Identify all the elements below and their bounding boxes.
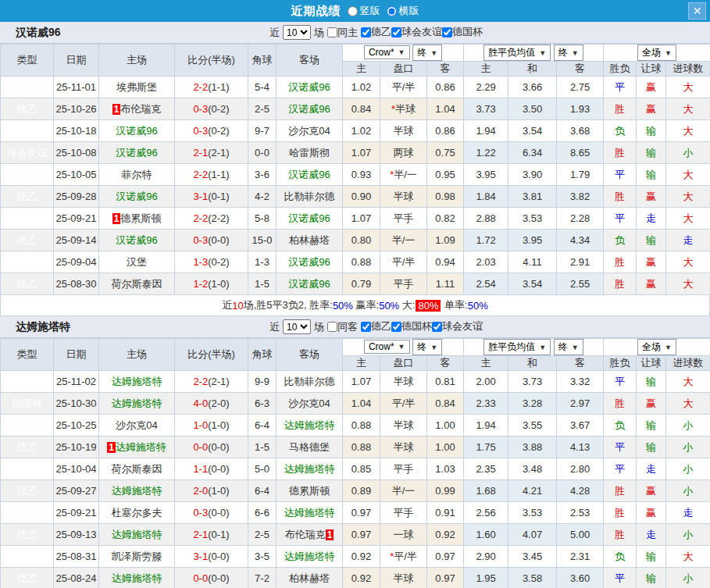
close-button[interactable]: ✕ bbox=[688, 2, 706, 20]
full-time-score: 2-1 bbox=[193, 147, 208, 159]
league-checkbox[interactable]: 德乙 bbox=[361, 319, 391, 333]
team-name: 达姆施塔特 bbox=[0, 320, 269, 334]
avg-odds-select[interactable]: 胜平负均值▼ bbox=[483, 339, 551, 355]
asian-handicap-line: 半球 bbox=[380, 415, 427, 437]
league-checkbox[interactable]: 德乙 bbox=[361, 25, 391, 39]
handicap-result-cell: 赢 bbox=[637, 393, 666, 415]
team-section-darmstadt: 达姆施塔特 近 10 场 同客 德乙德国杯球会友谊 类型 日期 主场 比分(半场… bbox=[0, 316, 710, 588]
scope-select[interactable]: 全场▼ bbox=[637, 45, 676, 61]
full-time-score: 0-3 bbox=[193, 125, 208, 137]
away-team-cell: 达姆施塔特 bbox=[277, 546, 343, 568]
col-goals: 进球数 bbox=[666, 62, 710, 77]
date-cell: 25-08-31 bbox=[54, 546, 99, 568]
date-cell: 25-09-13 bbox=[54, 524, 99, 546]
date-cell: 25-09-04 bbox=[54, 251, 99, 273]
layout-radio-vertical[interactable]: 竖版 bbox=[348, 4, 380, 18]
home-team-cell: 汉诺威96 bbox=[99, 230, 175, 251]
league-checkbox[interactable]: 德国杯 bbox=[442, 25, 483, 39]
date-cell: 25-10-05 bbox=[54, 164, 99, 186]
col-euro-draw: 和 bbox=[508, 356, 557, 371]
away-team: 达姆施塔特 bbox=[284, 507, 335, 519]
match-count-select[interactable]: 10 bbox=[283, 319, 311, 334]
away-team-cell: 达姆施塔特 bbox=[277, 502, 343, 524]
home-team-cell: 1德累斯顿 bbox=[99, 208, 175, 230]
col-type: 类型 bbox=[1, 45, 54, 77]
win-draw-lose-cell: 胜 bbox=[604, 98, 637, 120]
away-team: 沙尔克04 bbox=[288, 397, 330, 409]
chevron-down-icon: ▼ bbox=[539, 344, 546, 351]
corner-cell: 6-3 bbox=[248, 393, 277, 415]
corner-cell: 6-4 bbox=[248, 415, 277, 437]
euro-draw-odds: 3.50 bbox=[508, 98, 557, 120]
goals-result-cell: 小 bbox=[666, 458, 710, 480]
full-time-score: 2-2 bbox=[193, 81, 208, 93]
home-team-cell: 1达姆施塔特 bbox=[99, 437, 175, 458]
asian-handicap-line: 半/一 bbox=[380, 230, 427, 251]
chevron-down-icon: ▼ bbox=[430, 344, 437, 351]
date-cell: 25-10-19 bbox=[54, 437, 99, 458]
type-cell: 德乙 bbox=[1, 415, 54, 437]
euro-draw-odds: 3.90 bbox=[508, 164, 557, 186]
league-checkbox[interactable]: 德国杯 bbox=[391, 319, 432, 333]
goals-result-cell: 小 bbox=[666, 480, 710, 502]
league-checkbox[interactable]: 球会友谊 bbox=[432, 319, 483, 333]
half-time-score: (1-0) bbox=[208, 485, 229, 497]
asian-handicap-line: 平手 bbox=[380, 458, 427, 480]
home-team: 凯泽斯劳滕 bbox=[112, 551, 162, 562]
asian-home-odds: 1.02 bbox=[343, 77, 380, 98]
col-away: 客场 bbox=[277, 45, 343, 77]
euro-home-odds: 2.88 bbox=[464, 208, 508, 230]
euro-draw-odds: 3.58 bbox=[508, 568, 557, 588]
horizontal-radio[interactable] bbox=[387, 6, 397, 16]
league-filter-group: 德乙德国杯球会友谊 bbox=[361, 319, 483, 334]
full-time-score: 2-2 bbox=[193, 376, 208, 387]
win-draw-lose-cell: 负 bbox=[604, 415, 637, 437]
same-venue-checkbox[interactable]: 同主 bbox=[327, 26, 358, 40]
euro-draw-odds: 3.45 bbox=[508, 546, 557, 568]
avg-odds-select[interactable]: 胜平负均值▼ bbox=[483, 45, 551, 61]
table-row: 德乙 25-09-13 达姆施塔特 2-1(0-1) 2-5 布伦瑞克1 0.9… bbox=[1, 524, 710, 546]
final-odds-select[interactable]: 终▼ bbox=[412, 45, 442, 61]
layout-radio-horizontal[interactable]: 横版 bbox=[387, 4, 419, 18]
goals-result-cell: 大 bbox=[666, 546, 710, 568]
asian-away-odds: 0.94 bbox=[427, 251, 464, 273]
away-team: 马格德堡 bbox=[289, 441, 330, 453]
home-team: 汉诺威96 bbox=[116, 234, 157, 246]
date-cell: 25-09-21 bbox=[54, 208, 99, 230]
corner-cell: 5-8 bbox=[248, 208, 277, 230]
match-count-select[interactable]: 10 bbox=[283, 25, 311, 40]
half-time-score: (0-0) bbox=[208, 234, 229, 246]
full-time-score: 3-1 bbox=[193, 191, 208, 202]
asian-away-odds: 0.99 bbox=[427, 480, 464, 502]
asian-away-odds: 0.91 bbox=[427, 502, 464, 524]
win-draw-lose-cell: 负 bbox=[604, 120, 637, 142]
away-team: 比勒菲尔德 bbox=[284, 191, 335, 202]
goals-result-cell: 大 bbox=[666, 164, 710, 186]
summary-bar: 近10场,胜5平3负2, 胜率:50% 赢率:50% 大:80% 单率:50% bbox=[0, 295, 710, 316]
euro-home-odds: 2.33 bbox=[464, 393, 508, 415]
final-odds-select[interactable]: 终▼ bbox=[554, 339, 583, 355]
col-away: 客场 bbox=[277, 339, 343, 371]
results-table: 类型 日期 主场 比分(半场) 角球 客场 Crow*▼ 终▼ 胜平负均值▼ 终… bbox=[0, 44, 710, 295]
red-card-badge: 1 bbox=[112, 213, 121, 224]
home-team: 达姆施塔特 bbox=[112, 572, 162, 584]
asian-home-odds: 0.90 bbox=[343, 186, 380, 208]
handicap-result-cell: 输 bbox=[637, 120, 666, 142]
table-row: 德乙 25-11-02 达姆施塔特 2-2(2-1) 9-9 比勒菲尔德 1.0… bbox=[1, 371, 710, 393]
home-team: 布伦瑞克 bbox=[120, 103, 161, 115]
same-venue-checkbox[interactable]: 同客 bbox=[327, 320, 358, 334]
col-asian-home: 主 bbox=[343, 62, 380, 77]
final-odds-select[interactable]: 终▼ bbox=[412, 339, 442, 355]
full-time-score: 2-1 bbox=[193, 529, 208, 540]
asian-away-odds: 1.00 bbox=[427, 415, 464, 437]
scope-select[interactable]: 全场▼ bbox=[637, 339, 676, 355]
vertical-radio[interactable] bbox=[348, 6, 358, 16]
league-checkbox[interactable]: 球会友谊 bbox=[391, 25, 442, 39]
final-odds-select[interactable]: 终▼ bbox=[554, 45, 583, 61]
euro-away-odds: 3.67 bbox=[557, 415, 604, 437]
bookmaker-select[interactable]: Crow*▼ bbox=[364, 45, 410, 59]
bookmaker-select[interactable]: Crow*▼ bbox=[364, 340, 410, 354]
euro-draw-odds: 3.66 bbox=[508, 77, 557, 98]
col-handicap: 让球 bbox=[637, 356, 666, 371]
asian-handicap-line: 一球 bbox=[380, 524, 427, 546]
